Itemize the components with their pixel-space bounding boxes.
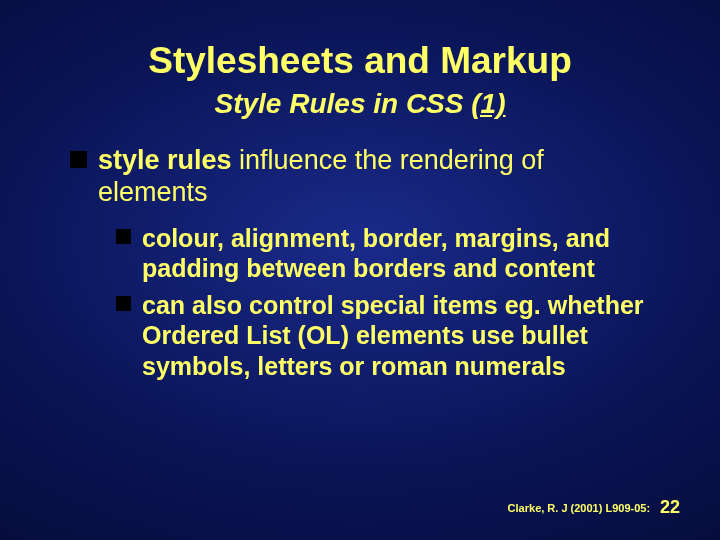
slide: Stylesheets and Markup Style Rules in CS… (0, 0, 720, 540)
subtitle-emphasis: (1) (471, 88, 505, 119)
footer-page-number: 22 (660, 497, 680, 517)
slide-footer: Clarke, R. J (2001) L909-05: 22 (508, 497, 680, 518)
slide-subtitle: Style Rules in CSS (1) (0, 88, 720, 120)
bullet-l1: style rules influence the rendering of e… (70, 145, 660, 381)
slide-title: Stylesheets and Markup (0, 40, 720, 82)
subtitle-text: Style Rules in CSS (215, 88, 472, 119)
bullet-l1-lead: style rules (98, 145, 232, 175)
slide-body: style rules influence the rendering of e… (70, 145, 660, 395)
bullet-list-level1: style rules influence the rendering of e… (70, 145, 660, 381)
bullet-l2: can also control special items eg. wheth… (116, 290, 660, 382)
footer-attribution: Clarke, R. J (2001) L909-05: (508, 502, 650, 514)
bullet-l2: colour, alignment, border, margins, and … (116, 223, 660, 284)
bullet-list-level2: colour, alignment, border, margins, and … (98, 223, 660, 382)
